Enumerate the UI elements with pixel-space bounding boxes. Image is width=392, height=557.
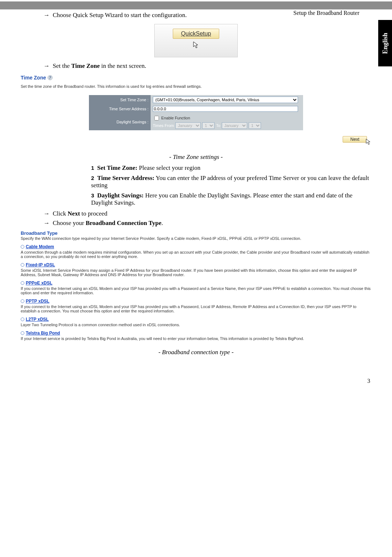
broadband-option-telstra[interactable]: Telstra Big Pond <box>21 331 371 336</box>
timezone-title: Time Zone ? <box>21 75 53 81</box>
daylight-from-label: Times From <box>153 123 174 128</box>
timezone-description: Set the time zone of the Broadband route… <box>21 84 372 89</box>
arrow-icon: → <box>44 210 50 217</box>
broadband-option-pptp[interactable]: PPTP xDSL <box>21 299 371 304</box>
arrow-icon: → <box>44 12 50 19</box>
broadband-option-link[interactable]: Cable Modem <box>26 244 54 249</box>
quick-setup-button[interactable]: QuickSetup <box>173 29 220 39</box>
cursor-icon <box>366 138 371 146</box>
daylight-from-day[interactable]: 1 <box>202 122 215 129</box>
quick-setup-panel: QuickSetup <box>154 24 238 57</box>
timezone-title-text: Time Zone <box>21 75 46 81</box>
daylight-to-day[interactable]: 1 <box>249 122 261 129</box>
arrow-icon: → <box>44 220 50 226</box>
instruction-click-next: → Click Next to proceed <box>44 210 372 217</box>
set-timezone-label: Set Time Zone : <box>89 95 151 105</box>
broadband-option-desc: If your Internet service is provided by … <box>21 336 371 341</box>
radio-icon <box>21 331 24 335</box>
top-grey-bar <box>0 1 392 9</box>
instruction-step-2-suffix: in the next screen. <box>101 62 146 69</box>
instruction-step-2: → Set the Time Zone in the next screen. <box>44 62 372 70</box>
broadband-option-desc: If you connect to the Internet using an … <box>21 286 371 295</box>
daylight-from-month[interactable]: January <box>175 122 201 129</box>
numbered-list: 1 Set Time Zone: Please select your regi… <box>78 164 372 206</box>
broadband-type-intro: Specify the WAN connection type required… <box>21 236 371 241</box>
daylight-savings-label: Daylight Savings : <box>89 113 151 130</box>
broadband-option-link[interactable]: L2TP xDSL <box>26 317 49 322</box>
broadband-option-link[interactable]: PPPoE xDSL <box>26 280 52 286</box>
broadband-option-desc: If you connect to the Internet using an … <box>21 304 371 313</box>
instruction-step-2-bold: Time Zone <box>71 62 100 69</box>
help-icon[interactable]: ? <box>48 75 53 80</box>
broadband-option-fixed-ip[interactable]: Fixed-IP xDSL <box>21 262 371 267</box>
page-number: 3 <box>0 378 370 384</box>
page-header-title: Setup the Broadband Router <box>293 10 359 16</box>
radio-icon <box>21 281 24 285</box>
broadband-option-link[interactable]: PPTP xDSL <box>26 299 49 304</box>
daylight-to-month[interactable]: January <box>222 122 247 129</box>
broadband-option-l2tp[interactable]: L2TP xDSL <box>21 317 371 322</box>
broadband-type-panel: Broadband Type Specify the WAN connectio… <box>20 230 372 341</box>
arrow-icon: → <box>44 62 50 69</box>
instruction-step-2-prefix: Set the <box>53 62 71 69</box>
broadband-caption: - Broadband connection type - <box>20 349 372 356</box>
language-tab-label: English <box>381 33 389 54</box>
daylight-enable-checkbox[interactable] <box>154 116 159 120</box>
broadband-option-desc: Some xDSL Internet Service Providers may… <box>21 268 371 277</box>
time-server-input[interactable] <box>153 106 298 112</box>
daylight-enable-label: Enable Function <box>161 116 190 120</box>
broadband-option-pppoe[interactable]: PPPoE xDSL <box>21 280 371 286</box>
instruction-choose-bct: → Choose your Broadband Connection Type. <box>44 220 372 227</box>
radio-icon <box>21 245 24 249</box>
broadband-option-desc: Layer Two Tunneling Protocol is a common… <box>21 323 371 327</box>
radio-icon <box>21 318 24 321</box>
table-row: Daylight Savings : Enable Function Times… <box>89 113 303 130</box>
broadband-option-cable-modem[interactable]: Cable Modem <box>21 244 371 249</box>
daylight-to-label: To <box>216 123 220 128</box>
language-tab: English <box>378 20 392 66</box>
table-row: Set Time Zone : (GMT+01:00)Brussels, Cop… <box>89 95 303 105</box>
timezone-caption: - Time Zone settings - <box>20 153 372 161</box>
time-server-label: Time Server Address : <box>89 105 151 113</box>
broadband-option-link[interactable]: Telstra Big Pond <box>26 331 60 336</box>
list-item: 1 Set Time Zone: Please select your regi… <box>91 164 372 172</box>
broadband-option-link[interactable]: Fixed-IP xDSL <box>26 262 55 267</box>
list-item: 2 Time Server Address: You can enter the… <box>91 175 372 189</box>
next-button[interactable]: Next <box>343 136 367 143</box>
cursor-icon <box>193 41 199 49</box>
timezone-config-panel: Time Zone ? Set the time zone of the Bro… <box>20 73 372 146</box>
list-item: 3 Daylight Savings: Here you can Enable … <box>91 192 372 206</box>
broadband-option-desc: A connection through a cable modem requi… <box>21 250 371 259</box>
timezone-select[interactable]: (GMT+01:00)Brussels, Copenhagen, Madrid,… <box>153 97 298 103</box>
broadband-type-title: Broadband Type <box>21 230 371 236</box>
table-row: Time Server Address : <box>89 105 303 113</box>
radio-icon <box>21 263 24 267</box>
timezone-table: Set Time Zone : (GMT+01:00)Brussels, Cop… <box>89 95 303 130</box>
instruction-step-1-text: Choose Quick Setup Wizard to start the c… <box>53 12 187 19</box>
radio-icon <box>21 299 24 303</box>
